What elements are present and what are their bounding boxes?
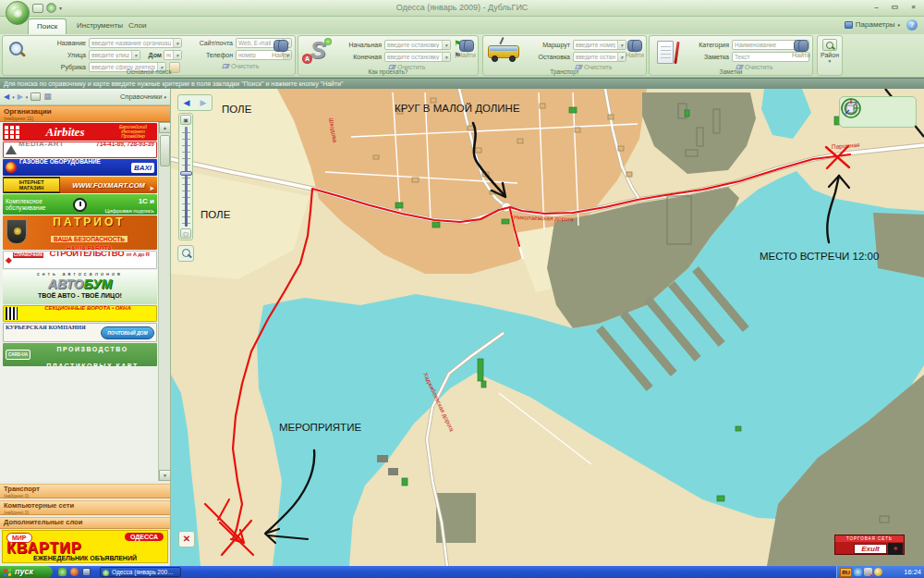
hint-bar: Для поиска по справочнику и карте введит… <box>0 78 924 89</box>
kvartir-label: КВАРТИР <box>6 541 81 556</box>
ad-banner-airbites[interactable]: Airbites Европейский Интернет Провайдер <box>3 123 157 141</box>
map-canvas[interactable]: Шкодова Николаевская дорога Паромная Хад… <box>171 89 924 566</box>
options-menu[interactable]: Параметры ▾ <box>845 20 900 29</box>
search-icon <box>7 40 28 60</box>
ad-banner-gates[interactable]: СЕКЦИОННЫЕ ВОРОТА • ОКНАМАРКИЗЫ • РОЛЛЕТ… <box>3 305 157 322</box>
patriot-line2: НАША РАБОТА <box>3 245 157 250</box>
group-title-notes: Заметки <box>650 68 812 75</box>
find-organizations-button[interactable]: Найти <box>269 37 293 70</box>
restore-button[interactable]: ▭ <box>889 3 901 12</box>
start-button[interactable]: пуск <box>0 566 53 578</box>
ad-banner-1c-service[interactable]: Комплексноеобслуживание 1С иЦифровая под… <box>3 194 157 215</box>
taskbar-task-dublgis[interactable]: Одесса (январь 200… <box>100 567 181 577</box>
map-back-icon[interactable]: ◀ <box>184 95 190 110</box>
name-input[interactable]: ▾ <box>89 38 182 48</box>
gas-flame-icon <box>6 162 17 173</box>
ad-banner-media-art[interactable]: MEDIA-ARTТИПОГРАФИЯ 714-41-89, 728-93-39… <box>3 141 157 158</box>
district-button[interactable]: Район ▾ <box>817 35 843 76</box>
sidebar-section-extra-layers[interactable]: Дополнительные слои <box>0 517 170 529</box>
language-indicator[interactable]: RU <box>840 568 852 577</box>
ad-banner-stroitelstvo[interactable]: ◆ СПРАВОЧНИК☎ 34-50-89 СТРОИТЕЛЬСТВО от … <box>3 251 157 269</box>
cube-3d-icon[interactable] <box>840 97 862 119</box>
sidebar-section-transport[interactable]: Транспорт (найдено 0) <box>0 484 170 498</box>
help-button[interactable]: ? <box>906 19 918 31</box>
app-window: ▾ Одесса (январь 2009) - ДубльГИС – ▭ × … <box>0 0 924 578</box>
media-art-brand: MEDIA-ART <box>18 141 64 148</box>
dropdown-caret-icon[interactable]: ▾ <box>442 41 450 49</box>
find-transport-button[interactable]: Найти <box>623 37 647 70</box>
print-list-icon[interactable] <box>30 92 41 101</box>
forward-icon[interactable]: ▶ <box>18 92 23 101</box>
zoom-thumb[interactable] <box>180 171 192 176</box>
zoom-in-icon[interactable]: ▣ <box>180 115 191 125</box>
dropdown-caret-icon[interactable]: ▾ <box>173 51 181 59</box>
route-from-label: Начальная <box>337 42 382 48</box>
scroll-thumb[interactable] <box>160 135 170 166</box>
house-input[interactable]: ▾ <box>164 50 182 60</box>
cursor-icon: ➤ <box>149 185 154 192</box>
results-count: (найдено 11) <box>4 116 166 121</box>
scroll-up-icon[interactable]: ▲ <box>159 122 171 133</box>
site-label: Сайт/почта <box>185 40 233 46</box>
transport-route-input[interactable]: ▾ <box>573 40 626 50</box>
ad-banner-mir-kvartir[interactable]: МИР КВАРТИР ОДЕССА ЕЖЕНЕДЕЛЬНИК ОБЪЯВЛЕН… <box>2 530 168 563</box>
stroit-range: от А до Я <box>127 252 150 257</box>
magnifier-tool-button[interactable] <box>177 245 194 262</box>
onec-right1: 1С и <box>139 197 154 205</box>
map-forward-icon[interactable]: ▶ <box>201 95 207 110</box>
quick-launch-icon-1[interactable] <box>58 568 67 576</box>
results-header-organizations[interactable]: Организации (найдено 11) <box>0 105 170 122</box>
find-route-button[interactable]: Найти <box>455 37 479 70</box>
back-caret-icon[interactable]: ▾ <box>12 94 15 100</box>
exult-brand: Exult <box>854 544 887 554</box>
dropdown-caret-icon[interactable]: ▾ <box>442 53 450 61</box>
scroll-down-icon[interactable]: ▼ <box>159 470 171 481</box>
ad-banner-patriot[interactable]: ПАТРИОТ ВАША БЕЗОПАСНОСТЬ НАША РАБОТА <box>3 215 157 250</box>
baxi-brand: BAXI <box>131 163 154 173</box>
columns-icon[interactable]: ▦ <box>43 92 52 101</box>
zoom-out-icon[interactable]: ▢ <box>180 228 191 239</box>
route-to-input[interactable]: ▾ <box>384 52 451 62</box>
tab-search[interactable]: Поиск <box>28 18 67 34</box>
forward-caret-icon[interactable]: ▾ <box>26 94 29 100</box>
media-art-logo-icon <box>6 145 17 154</box>
quick-launch-icon-2[interactable] <box>70 568 79 576</box>
map-zoom-slider[interactable]: ▣ ▢ <box>178 113 193 240</box>
cd-tray-icon[interactable] <box>874 568 882 576</box>
back-icon[interactable]: ◀ <box>4 92 9 101</box>
stroit-phone: ☎ 34-50-89 <box>13 268 41 269</box>
transport-stop-input[interactable]: ▾ <box>573 52 626 62</box>
tab-layers[interactable]: Слои <box>120 18 154 34</box>
close-button[interactable]: × <box>907 3 919 12</box>
sidebar-scrollbar[interactable]: ▲ ▼ <box>158 122 170 481</box>
banner-list: Airbites Европейский Интернет Провайдер … <box>0 122 158 481</box>
center-map-button[interactable]: ✕ <box>178 531 195 547</box>
dropdown-caret-icon[interactable]: ▾ <box>131 51 140 59</box>
app-orb-button[interactable] <box>6 1 30 25</box>
ad-banner-card-ua[interactable]: CARD-UA ПРОИЗВОДСТВОПЛАСТИКОВЫХ КАРТ <box>3 343 157 366</box>
zoom-track[interactable] <box>185 127 188 227</box>
binoculars-icon <box>794 40 808 51</box>
map-viewport[interactable]: Шкодова Николаевская дорога Паромная Хад… <box>171 89 924 566</box>
avtoboom-brand1: АВТО <box>48 277 84 291</box>
ad-banner-foxmart[interactable]: ІНТЕРНЕТ МАГАЗИН WWW.FOXMART.COM➤ <box>3 177 157 193</box>
ad-banner-avtoboom[interactable]: сеть автосалонов АВТОБУМ ТВОЁ АВТО - ТВО… <box>3 270 157 304</box>
group-title-main-search: Основной поиск <box>3 68 295 75</box>
messenger-tray-icon[interactable] <box>854 568 862 576</box>
ad-banner-courier[interactable]: КУРЬЕРСКАЯ КОМПАНИЯ☎ 714-41-89, 728-93-3… <box>3 323 157 342</box>
quick-launch-icon-3[interactable] <box>82 568 91 576</box>
sidebar-section-networks[interactable]: Компьютерные сети (найдено 0) <box>0 500 170 515</box>
section-label: Дополнительные слои <box>4 518 166 527</box>
volume-muted-icon[interactable] <box>864 568 872 576</box>
street-input[interactable]: ▾ <box>89 50 140 60</box>
find-notes-button[interactable]: Найти <box>789 37 813 70</box>
ad-banner-baxi[interactable]: ГАЗОВОЕ ОБОРУДОВАНИЕГАРАНТИЯ-МОНТАЖ-СЕРВ… <box>3 159 157 176</box>
cardua-line1: ПРОИЗВОДСТВО <box>56 346 128 352</box>
window-controls: – ▭ × <box>870 3 919 12</box>
group-title-transport: Транспорт <box>483 68 646 75</box>
route-from-input[interactable]: ▾ <box>384 40 451 50</box>
ad-banner-exult[interactable]: ТОРГОВАЯ СЕТЬ Exult ✶ <box>834 535 905 555</box>
directories-menu[interactable]: Справочники ▾ <box>120 92 166 101</box>
dropdown-caret-icon[interactable]: ▾ <box>173 39 181 47</box>
minimize-button[interactable]: – <box>870 3 882 12</box>
